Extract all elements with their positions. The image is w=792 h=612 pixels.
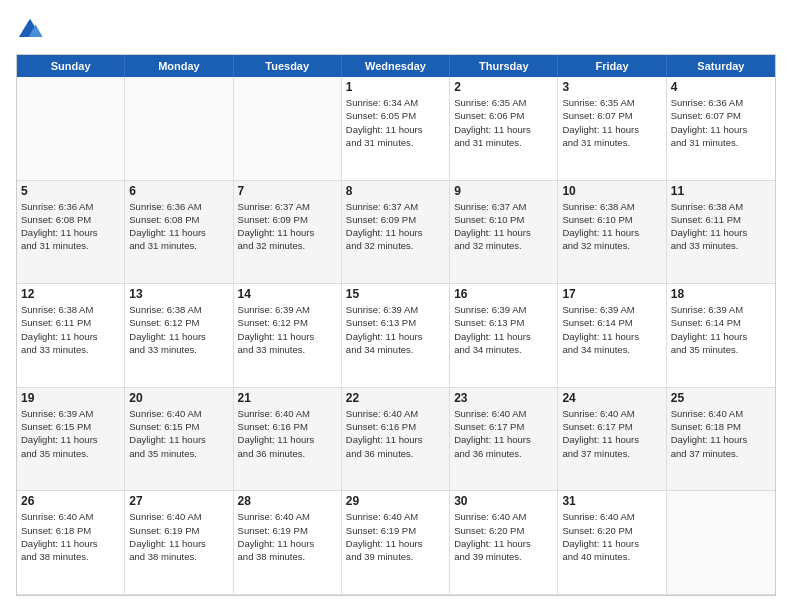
day-number: 5 xyxy=(21,184,120,198)
calendar-cell xyxy=(234,77,342,181)
day-number: 21 xyxy=(238,391,337,405)
day-info: Sunrise: 6:35 AMSunset: 6:07 PMDaylight:… xyxy=(562,96,661,149)
day-number: 16 xyxy=(454,287,553,301)
day-number: 12 xyxy=(21,287,120,301)
calendar-cell: 31Sunrise: 6:40 AMSunset: 6:20 PMDayligh… xyxy=(558,491,666,595)
day-info: Sunrise: 6:37 AMSunset: 6:09 PMDaylight:… xyxy=(346,200,445,253)
day-info: Sunrise: 6:40 AMSunset: 6:16 PMDaylight:… xyxy=(346,407,445,460)
calendar-cell: 22Sunrise: 6:40 AMSunset: 6:16 PMDayligh… xyxy=(342,388,450,492)
day-info: Sunrise: 6:40 AMSunset: 6:17 PMDaylight:… xyxy=(454,407,553,460)
calendar-cell: 4Sunrise: 6:36 AMSunset: 6:07 PMDaylight… xyxy=(667,77,775,181)
calendar-cell: 14Sunrise: 6:39 AMSunset: 6:12 PMDayligh… xyxy=(234,284,342,388)
day-number: 6 xyxy=(129,184,228,198)
calendar-cell: 15Sunrise: 6:39 AMSunset: 6:13 PMDayligh… xyxy=(342,284,450,388)
day-number: 1 xyxy=(346,80,445,94)
calendar-cell xyxy=(17,77,125,181)
calendar-cell: 28Sunrise: 6:40 AMSunset: 6:19 PMDayligh… xyxy=(234,491,342,595)
weekday-header: Monday xyxy=(125,55,233,77)
day-info: Sunrise: 6:37 AMSunset: 6:10 PMDaylight:… xyxy=(454,200,553,253)
day-number: 23 xyxy=(454,391,553,405)
day-number: 27 xyxy=(129,494,228,508)
weekday-header: Wednesday xyxy=(342,55,450,77)
day-info: Sunrise: 6:40 AMSunset: 6:19 PMDaylight:… xyxy=(346,510,445,563)
day-number: 13 xyxy=(129,287,228,301)
calendar-header: SundayMondayTuesdayWednesdayThursdayFrid… xyxy=(17,55,775,77)
calendar-cell: 2Sunrise: 6:35 AMSunset: 6:06 PMDaylight… xyxy=(450,77,558,181)
day-number: 24 xyxy=(562,391,661,405)
calendar-cell: 18Sunrise: 6:39 AMSunset: 6:14 PMDayligh… xyxy=(667,284,775,388)
calendar-cell: 16Sunrise: 6:39 AMSunset: 6:13 PMDayligh… xyxy=(450,284,558,388)
calendar-cell xyxy=(125,77,233,181)
day-number: 20 xyxy=(129,391,228,405)
day-number: 29 xyxy=(346,494,445,508)
day-info: Sunrise: 6:39 AMSunset: 6:14 PMDaylight:… xyxy=(671,303,771,356)
day-info: Sunrise: 6:40 AMSunset: 6:15 PMDaylight:… xyxy=(129,407,228,460)
day-info: Sunrise: 6:40 AMSunset: 6:19 PMDaylight:… xyxy=(238,510,337,563)
calendar-cell: 8Sunrise: 6:37 AMSunset: 6:09 PMDaylight… xyxy=(342,181,450,285)
day-number: 25 xyxy=(671,391,771,405)
day-number: 17 xyxy=(562,287,661,301)
calendar-cell: 23Sunrise: 6:40 AMSunset: 6:17 PMDayligh… xyxy=(450,388,558,492)
calendar-cell: 3Sunrise: 6:35 AMSunset: 6:07 PMDaylight… xyxy=(558,77,666,181)
calendar-cell: 24Sunrise: 6:40 AMSunset: 6:17 PMDayligh… xyxy=(558,388,666,492)
day-number: 10 xyxy=(562,184,661,198)
day-info: Sunrise: 6:38 AMSunset: 6:11 PMDaylight:… xyxy=(671,200,771,253)
day-number: 22 xyxy=(346,391,445,405)
weekday-header: Thursday xyxy=(450,55,558,77)
calendar-cell xyxy=(667,491,775,595)
day-info: Sunrise: 6:39 AMSunset: 6:15 PMDaylight:… xyxy=(21,407,120,460)
day-info: Sunrise: 6:40 AMSunset: 6:18 PMDaylight:… xyxy=(21,510,120,563)
calendar-cell: 26Sunrise: 6:40 AMSunset: 6:18 PMDayligh… xyxy=(17,491,125,595)
calendar-cell: 17Sunrise: 6:39 AMSunset: 6:14 PMDayligh… xyxy=(558,284,666,388)
day-info: Sunrise: 6:34 AMSunset: 6:05 PMDaylight:… xyxy=(346,96,445,149)
day-info: Sunrise: 6:38 AMSunset: 6:12 PMDaylight:… xyxy=(129,303,228,356)
day-number: 31 xyxy=(562,494,661,508)
day-info: Sunrise: 6:36 AMSunset: 6:08 PMDaylight:… xyxy=(129,200,228,253)
calendar-cell: 1Sunrise: 6:34 AMSunset: 6:05 PMDaylight… xyxy=(342,77,450,181)
calendar-grid: 1Sunrise: 6:34 AMSunset: 6:05 PMDaylight… xyxy=(17,77,775,595)
day-number: 14 xyxy=(238,287,337,301)
header xyxy=(16,16,776,44)
calendar-cell: 5Sunrise: 6:36 AMSunset: 6:08 PMDaylight… xyxy=(17,181,125,285)
day-info: Sunrise: 6:37 AMSunset: 6:09 PMDaylight:… xyxy=(238,200,337,253)
day-info: Sunrise: 6:40 AMSunset: 6:17 PMDaylight:… xyxy=(562,407,661,460)
day-info: Sunrise: 6:39 AMSunset: 6:12 PMDaylight:… xyxy=(238,303,337,356)
day-info: Sunrise: 6:36 AMSunset: 6:07 PMDaylight:… xyxy=(671,96,771,149)
page: SundayMondayTuesdayWednesdayThursdayFrid… xyxy=(0,0,792,612)
calendar-cell: 21Sunrise: 6:40 AMSunset: 6:16 PMDayligh… xyxy=(234,388,342,492)
logo-icon xyxy=(16,16,44,44)
calendar-cell: 29Sunrise: 6:40 AMSunset: 6:19 PMDayligh… xyxy=(342,491,450,595)
calendar-cell: 12Sunrise: 6:38 AMSunset: 6:11 PMDayligh… xyxy=(17,284,125,388)
day-info: Sunrise: 6:39 AMSunset: 6:14 PMDaylight:… xyxy=(562,303,661,356)
day-number: 11 xyxy=(671,184,771,198)
calendar-cell: 13Sunrise: 6:38 AMSunset: 6:12 PMDayligh… xyxy=(125,284,233,388)
weekday-header: Friday xyxy=(558,55,666,77)
day-number: 19 xyxy=(21,391,120,405)
day-info: Sunrise: 6:35 AMSunset: 6:06 PMDaylight:… xyxy=(454,96,553,149)
calendar-cell: 7Sunrise: 6:37 AMSunset: 6:09 PMDaylight… xyxy=(234,181,342,285)
day-number: 26 xyxy=(21,494,120,508)
calendar-cell: 20Sunrise: 6:40 AMSunset: 6:15 PMDayligh… xyxy=(125,388,233,492)
day-number: 15 xyxy=(346,287,445,301)
logo xyxy=(16,16,48,44)
day-number: 28 xyxy=(238,494,337,508)
weekday-header: Tuesday xyxy=(234,55,342,77)
day-info: Sunrise: 6:39 AMSunset: 6:13 PMDaylight:… xyxy=(454,303,553,356)
day-info: Sunrise: 6:36 AMSunset: 6:08 PMDaylight:… xyxy=(21,200,120,253)
day-number: 8 xyxy=(346,184,445,198)
calendar-cell: 30Sunrise: 6:40 AMSunset: 6:20 PMDayligh… xyxy=(450,491,558,595)
calendar-cell: 9Sunrise: 6:37 AMSunset: 6:10 PMDaylight… xyxy=(450,181,558,285)
day-info: Sunrise: 6:40 AMSunset: 6:19 PMDaylight:… xyxy=(129,510,228,563)
day-info: Sunrise: 6:40 AMSunset: 6:18 PMDaylight:… xyxy=(671,407,771,460)
calendar-cell: 10Sunrise: 6:38 AMSunset: 6:10 PMDayligh… xyxy=(558,181,666,285)
day-number: 18 xyxy=(671,287,771,301)
day-number: 9 xyxy=(454,184,553,198)
calendar-cell: 19Sunrise: 6:39 AMSunset: 6:15 PMDayligh… xyxy=(17,388,125,492)
day-number: 3 xyxy=(562,80,661,94)
day-number: 30 xyxy=(454,494,553,508)
calendar-cell: 25Sunrise: 6:40 AMSunset: 6:18 PMDayligh… xyxy=(667,388,775,492)
day-info: Sunrise: 6:40 AMSunset: 6:16 PMDaylight:… xyxy=(238,407,337,460)
weekday-header: Saturday xyxy=(667,55,775,77)
day-number: 2 xyxy=(454,80,553,94)
day-info: Sunrise: 6:40 AMSunset: 6:20 PMDaylight:… xyxy=(562,510,661,563)
